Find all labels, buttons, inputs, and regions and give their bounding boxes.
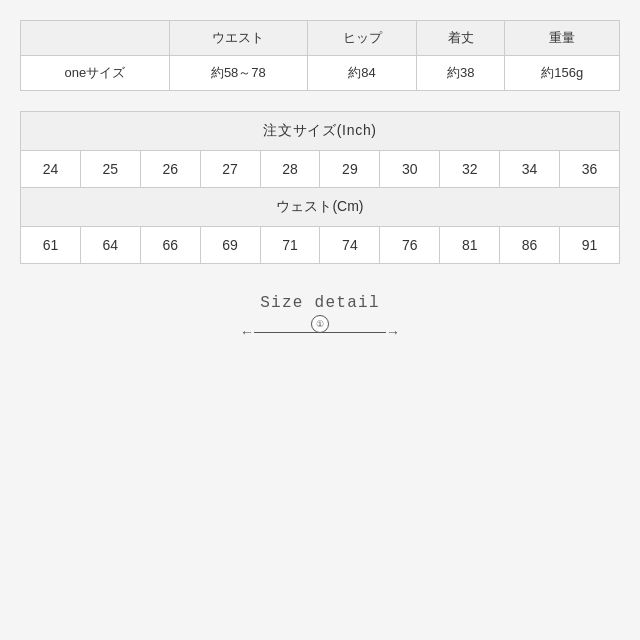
table1-data-row: oneサイズ 約58～78 約84 約38 約156g — [21, 56, 620, 91]
inch-32: 32 — [440, 151, 500, 188]
inch-27: 27 — [200, 151, 260, 188]
table1-header-weight: 重量 — [505, 21, 620, 56]
inch-29: 29 — [320, 151, 380, 188]
inch-36: 36 — [560, 151, 620, 188]
inch-25: 25 — [80, 151, 140, 188]
size-detail-section: Size detail ① — [20, 294, 620, 340]
inch-26: 26 — [140, 151, 200, 188]
table2-cm-label: ウェスト(Cm) — [21, 188, 620, 227]
table2-title-row: 注文サイズ(Inch) — [21, 112, 620, 151]
table2-title: 注文サイズ(Inch) — [21, 112, 620, 151]
table1-header-row: ウエスト ヒップ 着丈 重量 — [21, 21, 620, 56]
table1-header-empty — [21, 21, 170, 56]
main-container: ウエスト ヒップ 着丈 重量 oneサイズ 約58～78 約84 約38 約15… — [20, 20, 620, 340]
size-conversion-table: 注文サイズ(Inch) 24 25 26 27 28 29 30 32 34 3… — [20, 111, 620, 264]
size-spec-table: ウエスト ヒップ 着丈 重量 oneサイズ 約58～78 約84 約38 約15… — [20, 20, 620, 91]
cm-81: 81 — [440, 227, 500, 264]
table1-waist-value: 約58～78 — [169, 56, 307, 91]
cm-76: 76 — [380, 227, 440, 264]
cm-91: 91 — [560, 227, 620, 264]
table1-size-label: oneサイズ — [21, 56, 170, 91]
cm-86: 86 — [500, 227, 560, 264]
table1-hip-value: 約84 — [307, 56, 416, 91]
size-detail-label: Size detail — [260, 294, 380, 312]
inch-28: 28 — [260, 151, 320, 188]
inch-30: 30 — [380, 151, 440, 188]
table2-inch-row: 24 25 26 27 28 29 30 32 34 36 — [21, 151, 620, 188]
cm-71: 71 — [260, 227, 320, 264]
table1-weight-value: 約156g — [505, 56, 620, 91]
inch-34: 34 — [500, 151, 560, 188]
cm-69: 69 — [200, 227, 260, 264]
table1-header-waist: ウエスト — [169, 21, 307, 56]
size-conversion-table-wrapper: 注文サイズ(Inch) 24 25 26 27 28 29 30 32 34 3… — [20, 111, 620, 264]
cm-74: 74 — [320, 227, 380, 264]
table1-header-hip: ヒップ — [307, 21, 416, 56]
cm-61: 61 — [21, 227, 81, 264]
table2-cm-label-row: ウェスト(Cm) — [21, 188, 620, 227]
circle-marker: ① — [311, 315, 329, 333]
size-spec-table-wrapper: ウエスト ヒップ 着丈 重量 oneサイズ 約58～78 約84 約38 約15… — [20, 20, 620, 91]
measurement-arrow: ① — [240, 324, 400, 340]
inch-24: 24 — [21, 151, 81, 188]
cm-66: 66 — [140, 227, 200, 264]
table1-length-value: 約38 — [417, 56, 505, 91]
cm-64: 64 — [80, 227, 140, 264]
table1-header-length: 着丈 — [417, 21, 505, 56]
table2-cm-row: 61 64 66 69 71 74 76 81 86 91 — [21, 227, 620, 264]
